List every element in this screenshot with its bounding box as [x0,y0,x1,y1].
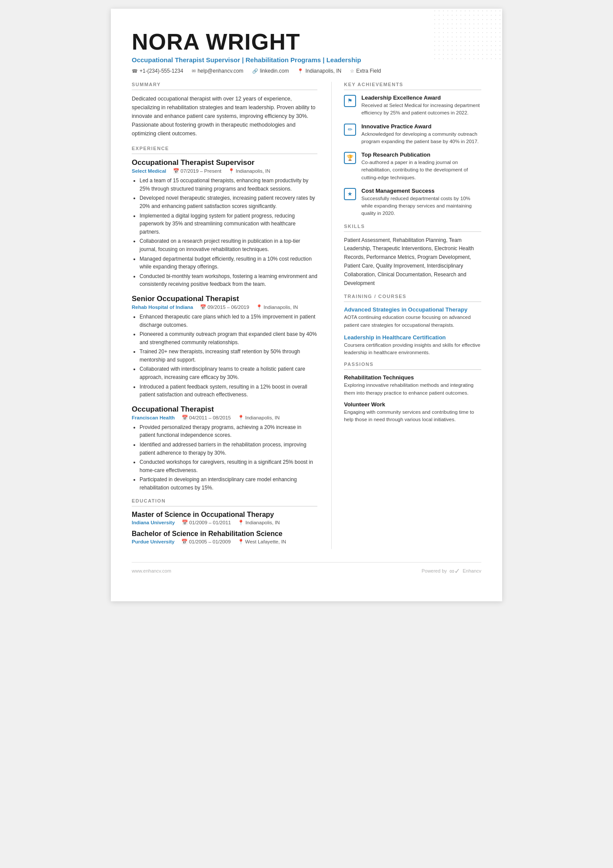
header-section: NORA WRIGHT Occupational Therapist Super… [132,30,481,74]
edu-0-meta: Indiana University 📅 01/2009 – 01/2011 📍… [132,519,317,526]
achievement-1: ✏ Innovative Practice Award Acknowledged… [344,123,481,146]
loc-edu-0: 📍 [238,520,244,525]
achievement-3: ★ Cost Management Success Successfully r… [344,188,481,218]
achievement-3-content: Cost Management Success Successfully red… [361,188,481,218]
summary-label: SUMMARY [132,82,317,87]
summary-text: Dedicated occupational therapist with ov… [132,94,317,138]
training-1-desc: Coursera certification providing insight… [344,342,481,357]
list-item: Managed departmental budget efficiently,… [140,255,317,271]
skills-text: Patient Assessment, Rehabilitation Plann… [344,236,481,288]
candidate-name: NORA WRIGHT [132,30,481,54]
achievement-0: ⚑ Leadership Excellence Award Received a… [344,94,481,117]
calendar-icon-2: 📅 [182,415,188,421]
contact-location: 📍 Indianapolis, IN [297,68,341,74]
job-0-date: 📅 07/2019 – Present [173,168,221,174]
edu-1-school: Purdue University [132,539,174,544]
training-label: TRAINING / COURSES [344,294,481,299]
contact-email: ✉ help@enhancv.com [192,68,243,74]
job-2-bullets: Provided personalized therapy programs, … [132,423,317,492]
enhancv-logo-icon: ∞✓ [450,567,460,575]
edu-0-location: 📍 Indianapolis, IN [238,519,280,526]
achievement-2-icon: 🏆 [344,152,356,164]
training-0: Advanced Strategies in Occupational Ther… [344,306,481,329]
list-item: Pioneered a community outreach program t… [140,330,317,346]
passion-0-title: Rehabilitation Techniques [344,374,481,381]
footer: www.enhancv.com Powered by ∞✓ Enhancv [132,562,481,575]
passion-1: Volunteer Work Engaging with community s… [344,401,481,424]
decorative-dots [433,9,502,61]
loc-edu-1: 📍 [238,539,244,544]
passion-1-title: Volunteer Work [344,401,481,408]
list-item: Led a team of 15 occupational therapists… [140,177,317,193]
achievements-divider [344,90,481,90]
passions-divider [344,369,481,370]
edu-0-date: 📅 01/2009 – 01/2011 [182,519,231,526]
experience-divider [132,154,317,154]
edu-1-degree: Bachelor of Science in Rehabilitation Sc… [132,530,317,538]
training-0-desc: AOTA continuing education course focusin… [344,314,481,329]
passion-0-desc: Exploring innovative rehabilitation meth… [344,382,481,397]
list-item: Collaborated on a research project resul… [140,237,317,253]
job-2-title: Occupational Therapist [132,405,317,414]
job-0-bullets: Led a team of 15 occupational therapists… [132,177,317,288]
achievement-1-desc: Acknowledged for developing a community … [361,131,481,146]
achievement-3-title: Cost Management Success [361,188,481,194]
passion-1-desc: Engaging with community services and con… [344,409,481,424]
candidate-title: Occupational Therapist Supervisor | Reha… [132,56,481,64]
passions-label: PASSIONS [344,362,481,367]
calendar-icon-1: 📅 [200,304,206,310]
job-1-title: Senior Occupational Therapist [132,295,317,303]
left-column: SUMMARY Dedicated occupational therapist… [132,82,317,549]
list-item: Implemented a digital logging system for… [140,212,317,236]
cal-edu-1: 📅 [181,539,187,544]
achievement-0-desc: Received at Select Medical for increasin… [361,102,481,117]
resume-page: NORA WRIGHT Occupational Therapist Super… [111,9,502,601]
achievement-3-desc: Successfully reduced departmental costs … [361,195,481,218]
footer-url: www.enhancv.com [132,568,171,573]
job-0: Occupational Therapist Supervisor Select… [132,158,317,288]
achievement-2-content: Top Research Publication Co-authored a p… [361,151,481,181]
powered-by-text: Powered by [422,568,447,573]
job-2: Occupational Therapist Franciscan Health… [132,405,317,492]
job-1-meta: Rehab Hospital of Indiana 📅 09/2015 – 06… [132,304,317,310]
loc-icon-1: 📍 [256,304,262,310]
achievement-1-icon: ✏ [344,124,356,136]
passions-section: PASSIONS Rehabilitation Techniques Explo… [344,362,481,423]
education-label: EDUCATION [132,498,317,503]
body-layout: SUMMARY Dedicated occupational therapist… [132,82,481,549]
job-1-bullets: Enhanced therapeutic care plans which le… [132,313,317,399]
loc-icon-0: 📍 [228,168,234,174]
training-section: TRAINING / COURSES Advanced Strategies i… [344,294,481,356]
location-icon: 📍 [297,68,303,74]
achievement-0-icon: ⚑ [344,95,356,107]
job-0-location: 📍 Indianapolis, IN [228,168,270,174]
edu-0-degree: Master of Science in Occupational Therap… [132,511,317,519]
edu-0: Master of Science in Occupational Therap… [132,511,317,526]
right-column: KEY ACHIEVEMENTS ⚑ Leadership Excellence… [331,82,481,549]
edu-1: Bachelor of Science in Rehabilitation Sc… [132,530,317,545]
training-0-title: Advanced Strategies in Occupational Ther… [344,306,481,313]
education-section: EDUCATION Master of Science in Occupatio… [132,498,317,545]
experience-label: EXPERIENCE [132,146,317,151]
email-icon: ✉ [192,68,196,74]
skills-label: SKILLS [344,224,481,229]
job-1: Senior Occupational Therapist Rehab Hosp… [132,295,317,399]
list-item: Introduced a patient feedback system, re… [140,383,317,399]
phone-icon: ☎ [132,68,138,74]
passion-0: Rehabilitation Techniques Exploring inno… [344,374,481,397]
achievements-section: KEY ACHIEVEMENTS ⚑ Leadership Excellence… [344,82,481,218]
training-1: Leadership in Healthcare Certification C… [344,334,481,357]
achievement-2-desc: Co-authored a paper in a leading journal… [361,159,481,181]
job-0-company: Select Medical [132,168,166,174]
experience-section: EXPERIENCE Occupational Therapist Superv… [132,146,317,492]
summary-divider [132,90,317,90]
achievement-1-title: Innovative Practice Award [361,123,481,130]
list-item: Developed novel therapeutic strategies, … [140,194,317,210]
achievements-label: KEY ACHIEVEMENTS [344,82,481,87]
star-icon: ☆ [350,68,354,74]
training-divider [344,302,481,302]
contact-row: ☎ +1-(234)-555-1234 ✉ help@enhancv.com 🔗… [132,68,481,74]
brand-name: Enhancv [463,568,481,573]
achievement-2-title: Top Research Publication [361,151,481,158]
list-item: Trained 20+ new therapists, increasing s… [140,348,317,364]
